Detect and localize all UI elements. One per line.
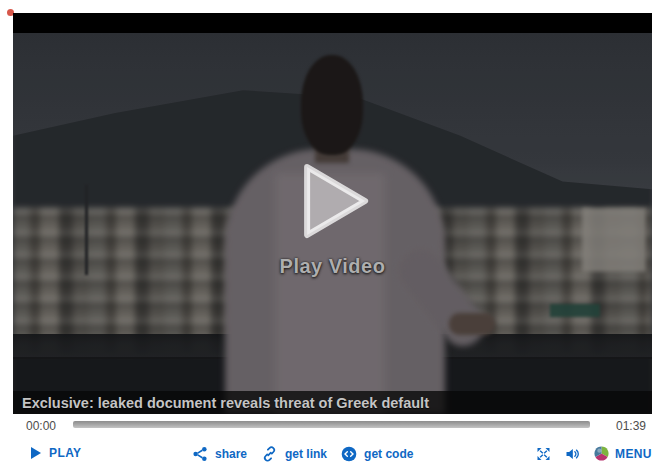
caption-bar: Exclusive: leaked document reveals threa… bbox=[13, 391, 652, 414]
video-viewport[interactable]: Play Video Exclusive: leaked document re… bbox=[13, 13, 652, 414]
get-link-label: get link bbox=[285, 447, 327, 461]
menu-label: MENU bbox=[615, 447, 652, 461]
share-button[interactable]: share bbox=[192, 446, 247, 462]
fullscreen-icon bbox=[535, 446, 552, 462]
code-icon bbox=[341, 446, 357, 462]
share-label: share bbox=[215, 447, 247, 461]
menu-button[interactable]: MENU bbox=[593, 445, 652, 462]
link-icon bbox=[261, 446, 278, 462]
share-controls-group: share get link get code bbox=[192, 446, 413, 462]
video-caption: Exclusive: leaked document reveals threa… bbox=[22, 395, 429, 411]
menu-pinwheel-icon bbox=[593, 445, 610, 462]
get-link-button[interactable]: get link bbox=[261, 446, 327, 462]
play-button-label: PLAY bbox=[49, 446, 82, 460]
video-still-frame: Play Video Exclusive: leaked document re… bbox=[13, 33, 652, 414]
right-controls-group: MENU bbox=[535, 445, 652, 462]
play-icon bbox=[30, 446, 42, 460]
share-icon bbox=[192, 446, 208, 462]
volume-icon bbox=[564, 446, 581, 462]
progress-bar[interactable] bbox=[73, 421, 590, 428]
play-button[interactable]: PLAY bbox=[30, 446, 82, 460]
duration-time: 01:39 bbox=[616, 419, 646, 433]
play-triangle-icon bbox=[297, 157, 375, 245]
get-code-button[interactable]: get code bbox=[341, 446, 413, 462]
big-play-button[interactable] bbox=[297, 157, 375, 248]
get-code-label: get code bbox=[364, 447, 413, 461]
elapsed-time: 00:00 bbox=[26, 419, 56, 433]
video-player-page: Play Video Exclusive: leaked document re… bbox=[0, 0, 669, 472]
fullscreen-button[interactable] bbox=[535, 446, 552, 462]
volume-button[interactable] bbox=[564, 446, 581, 462]
